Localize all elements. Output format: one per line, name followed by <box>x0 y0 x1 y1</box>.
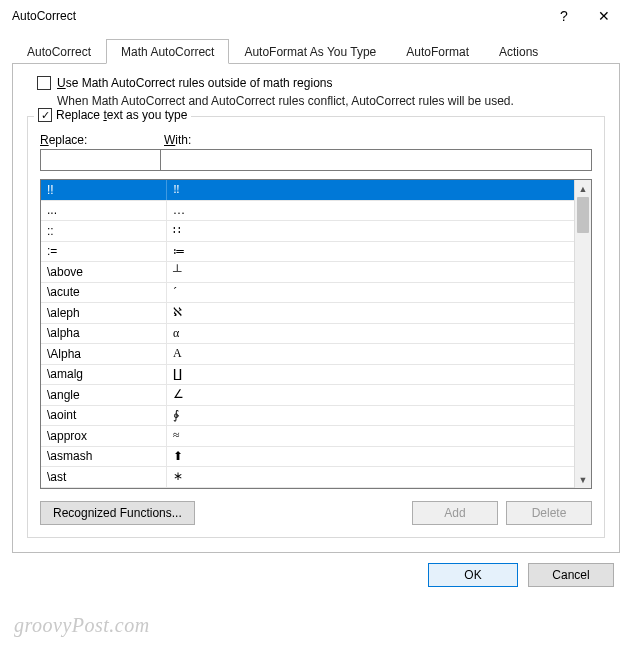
titlebar: AutoCorrect ? ✕ <box>0 0 632 32</box>
list-row[interactable]: !!‼ <box>41 180 574 201</box>
use-outside-row: Use Math AutoCorrect rules outside of ma… <box>37 76 605 90</box>
cell-replace: \approx <box>41 426 167 446</box>
list-row[interactable]: \approx≈ <box>41 426 574 447</box>
replacements-listbox[interactable]: !!‼...…::∷:=≔\above┴\acute´\alephℵ\alpha… <box>40 179 592 489</box>
list-row[interactable]: \AlphaΑ <box>41 344 574 365</box>
list-rows: !!‼...…::∷:=≔\above┴\acute´\alephℵ\alpha… <box>41 180 574 488</box>
group-button-row: Recognized Functions... Add Delete <box>40 501 592 525</box>
cell-replace: :: <box>41 221 167 241</box>
cell-with: ∗ <box>167 467 574 487</box>
cell-replace: \alpha <box>41 324 167 344</box>
list-row[interactable]: \asmash⬆ <box>41 447 574 468</box>
scroll-up-button[interactable]: ▲ <box>575 180 591 197</box>
list-row[interactable]: :=≔ <box>41 242 574 263</box>
cell-replace: \aleph <box>41 303 167 323</box>
cell-with: ∷ <box>167 221 574 241</box>
cell-with: ∠ <box>167 385 574 405</box>
delete-button[interactable]: Delete <box>506 501 592 525</box>
scrollbar[interactable]: ▲ ▼ <box>574 180 591 488</box>
cell-replace: \acute <box>41 283 167 303</box>
tab-actions[interactable]: Actions <box>484 39 553 64</box>
with-label: With: <box>164 133 191 147</box>
list-row[interactable]: \acute´ <box>41 283 574 304</box>
window-title: AutoCorrect <box>12 9 544 23</box>
tab-content: Use Math AutoCorrect rules outside of ma… <box>12 64 620 553</box>
cell-with: ⬆ <box>167 447 574 467</box>
watermark: groovyPost.com <box>14 614 150 637</box>
add-button[interactable]: Add <box>412 501 498 525</box>
cell-with: ≈ <box>167 426 574 446</box>
cell-replace: ... <box>41 201 167 221</box>
cell-with: ┴ <box>167 262 574 282</box>
cell-replace: \aoint <box>41 406 167 426</box>
cell-with: ´ <box>167 283 574 303</box>
scroll-track[interactable] <box>575 197 591 471</box>
cell-replace: \asymp <box>41 488 167 489</box>
cell-with: ‼ <box>167 180 574 200</box>
cell-with: ≍ <box>167 488 574 489</box>
cell-replace: \asmash <box>41 447 167 467</box>
use-outside-label: Use Math AutoCorrect rules outside of ma… <box>57 76 332 90</box>
list-row[interactable]: \ast∗ <box>41 467 574 488</box>
close-button[interactable]: ✕ <box>584 0 624 32</box>
tab-autoformat[interactable]: AutoFormat <box>391 39 484 64</box>
cell-replace: \Alpha <box>41 344 167 364</box>
cell-with: ≔ <box>167 242 574 262</box>
replace-as-type-checkbox[interactable]: ✓ <box>38 108 52 122</box>
cell-with: ∳ <box>167 406 574 426</box>
replace-input[interactable] <box>40 149 160 171</box>
use-outside-checkbox[interactable] <box>37 76 51 90</box>
scroll-down-button[interactable]: ▼ <box>575 471 591 488</box>
list-row[interactable]: \amalg∐ <box>41 365 574 386</box>
list-row[interactable]: \above┴ <box>41 262 574 283</box>
cell-replace: !! <box>41 180 167 200</box>
dialog-footer: OK Cancel <box>12 563 620 587</box>
list-row[interactable]: \angle∠ <box>41 385 574 406</box>
ok-button[interactable]: OK <box>428 563 518 587</box>
help-button[interactable]: ? <box>544 0 584 32</box>
list-row[interactable]: \alephℵ <box>41 303 574 324</box>
cell-with: α <box>167 324 574 344</box>
conflict-info: When Math AutoCorrect and AutoCorrect ru… <box>57 94 605 108</box>
cell-with: Α <box>167 344 574 364</box>
list-row[interactable]: ...… <box>41 201 574 222</box>
tab-autoformat-asyoutype[interactable]: AutoFormat As You Type <box>229 39 391 64</box>
cell-with: ℵ <box>167 303 574 323</box>
scroll-thumb[interactable] <box>577 197 589 233</box>
tab-math-autocorrect[interactable]: Math AutoCorrect <box>106 39 229 64</box>
cell-with: … <box>167 201 574 221</box>
tabstrip: AutoCorrect Math AutoCorrect AutoFormat … <box>12 38 620 64</box>
replace-as-type-row: ✓ Replace text as you type <box>34 108 191 122</box>
field-labels: Replace: With: <box>40 133 592 147</box>
replace-group: ✓ Replace text as you type Replace: With… <box>27 116 605 538</box>
cell-with: ∐ <box>167 365 574 385</box>
cell-replace: \angle <box>41 385 167 405</box>
recognized-functions-button[interactable]: Recognized Functions... <box>40 501 195 525</box>
list-row[interactable]: ::∷ <box>41 221 574 242</box>
list-row[interactable]: \aoint∳ <box>41 406 574 427</box>
cell-replace: \amalg <box>41 365 167 385</box>
cell-replace: \above <box>41 262 167 282</box>
replace-label: Replace: <box>40 133 164 147</box>
cell-replace: \ast <box>41 467 167 487</box>
with-input[interactable] <box>160 149 592 171</box>
replace-as-type-label: Replace text as you type <box>56 108 187 122</box>
tab-autocorrect[interactable]: AutoCorrect <box>12 39 106 64</box>
dialog-body: AutoCorrect Math AutoCorrect AutoFormat … <box>0 32 632 595</box>
list-row[interactable]: \alphaα <box>41 324 574 345</box>
cancel-button[interactable]: Cancel <box>528 563 614 587</box>
inputs-row <box>40 149 592 171</box>
list-row[interactable]: \asymp≍ <box>41 488 574 489</box>
cell-replace: := <box>41 242 167 262</box>
